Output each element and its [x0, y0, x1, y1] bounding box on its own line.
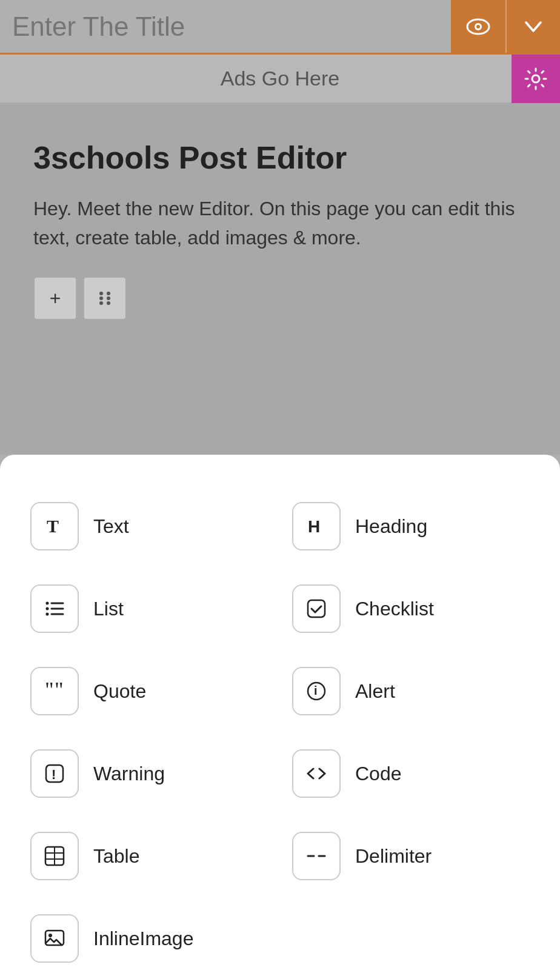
warning-icon: ! [44, 763, 65, 784]
menu-label-alert: Alert [355, 680, 395, 703]
svg-point-8 [99, 301, 103, 305]
menu-item-warning[interactable]: ! Warning [18, 732, 280, 815]
title-input[interactable] [0, 0, 451, 53]
code-icon-box [292, 749, 341, 798]
svg-point-6 [99, 296, 103, 300]
delimiter-icon [305, 845, 327, 867]
code-icon [305, 763, 327, 784]
svg-point-9 [107, 301, 110, 305]
ads-text: Ads Go Here [221, 67, 340, 90]
menu-item-list[interactable]: List [18, 567, 280, 650]
quote-icon: " " [44, 680, 65, 702]
menu-item-checklist[interactable]: Checklist [280, 567, 542, 650]
dropdown-button[interactable] [505, 0, 560, 53]
list-icon-box [30, 584, 79, 633]
add-block-button[interactable]: + [33, 276, 77, 320]
editor-area: 3schools Post Editor Hey. Meet the new E… [0, 103, 560, 455]
alert-icon-box: i [292, 667, 341, 715]
svg-point-3 [532, 75, 539, 82]
text-icon: T [44, 515, 65, 537]
ads-bar: Ads Go Here [0, 55, 560, 103]
svg-point-5 [107, 292, 110, 295]
settings-button[interactable] [512, 55, 560, 103]
menu-item-alert[interactable]: i Alert [280, 650, 542, 732]
menu-item-heading[interactable]: H Heading [280, 485, 542, 567]
checklist-icon [305, 598, 327, 620]
menu-label-checklist: Checklist [355, 598, 434, 620]
svg-point-16 [46, 613, 49, 616]
svg-text:": " [55, 680, 64, 702]
menu-item-quote[interactable]: " " Quote [18, 650, 280, 732]
checklist-icon-box [292, 584, 341, 633]
svg-text:H: H [308, 517, 320, 536]
gear-icon [524, 67, 547, 90]
editor-body[interactable]: Hey. Meet the new Editor. On this page y… [33, 194, 527, 252]
menu-label-table: Table [93, 845, 140, 868]
svg-point-12 [46, 602, 49, 605]
list-icon [44, 598, 65, 620]
quote-icon-box: " " [30, 667, 79, 715]
svg-point-7 [107, 296, 110, 300]
text-icon-box: T [30, 502, 79, 550]
svg-rect-18 [308, 600, 325, 617]
menu-label-delimiter: Delimiter [355, 845, 432, 868]
svg-point-4 [99, 292, 103, 295]
editor-title: 3schools Post Editor [33, 139, 527, 176]
svg-rect-31 [45, 931, 64, 945]
eye-icon [466, 18, 490, 35]
drag-icon [95, 289, 115, 308]
inlineimage-icon-box [30, 914, 79, 963]
menu-grid: T Text H Heading [18, 485, 542, 970]
menu-item-text[interactable]: T Text [18, 485, 280, 567]
menu-label-code: Code [355, 763, 402, 785]
image-icon [44, 928, 65, 949]
svg-text:!: ! [52, 767, 56, 782]
svg-point-32 [48, 934, 52, 937]
menu-item-code[interactable]: Code [280, 732, 542, 815]
menu-label-warning: Warning [93, 763, 165, 785]
menu-label-quote: Quote [93, 680, 146, 703]
svg-point-2 [476, 25, 480, 28]
menu-label-text: Text [93, 515, 129, 538]
svg-text:T: T [47, 516, 59, 536]
editor-toolbar: + [33, 276, 527, 320]
svg-text:i: i [314, 684, 318, 697]
menu-label-heading: Heading [355, 515, 427, 538]
chevron-down-icon [525, 21, 542, 32]
svg-text:": " [45, 680, 54, 702]
heading-icon: H [305, 515, 327, 537]
header [0, 0, 560, 55]
table-icon-box [30, 832, 79, 880]
eye-button[interactable] [451, 0, 505, 53]
delimiter-icon-box [292, 832, 341, 880]
heading-icon-box: H [292, 502, 341, 550]
warning-icon-box: ! [30, 749, 79, 798]
alert-icon: i [305, 680, 327, 702]
menu-label-list: List [93, 598, 124, 620]
svg-point-14 [46, 607, 49, 610]
menu-label-inlineimage: InlineImage [93, 928, 193, 950]
menu-item-table[interactable]: Table [18, 815, 280, 897]
table-icon [44, 845, 65, 867]
menu-item-delimiter[interactable]: Delimiter [280, 815, 542, 897]
menu-item-inlineimage[interactable]: InlineImage [18, 897, 280, 970]
drag-block-button[interactable] [83, 276, 127, 320]
bottom-sheet: T Text H Heading [0, 455, 560, 970]
